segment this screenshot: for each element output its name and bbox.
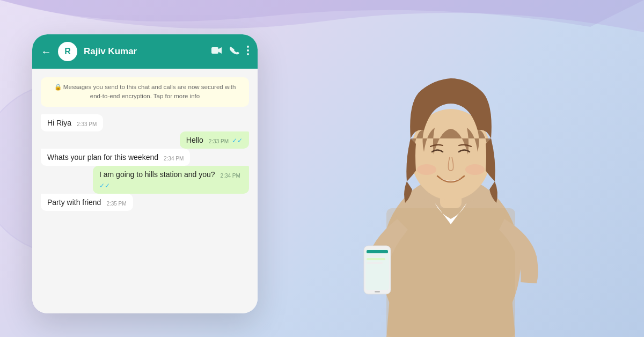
message-text: Whats your plan for this weekend [47,153,158,162]
message-row: Whats your plan for this weekend2:34 PM [41,149,249,166]
svg-point-3 [247,53,249,55]
message-ticks: ✓✓ [99,182,110,189]
svg-point-9 [465,164,485,175]
message-time: 2:33 PM [77,121,97,127]
back-button[interactable]: ← [41,46,52,58]
message-time: 2:34 PM [221,173,240,179]
received-bubble: Whats your plan for this weekend2:34 PM [41,149,190,166]
messages-container: Hi Riya2:33 PMHello2:33 PM✓✓Whats your p… [41,114,249,211]
chat-body: 🔒 Messages you send to this chat and cal… [32,69,258,313]
received-bubble: Hi Riya2:33 PM [41,114,103,131]
message-row: Hi Riya2:33 PM [41,114,249,131]
svg-rect-14 [367,258,385,260]
svg-point-8 [417,164,436,175]
phone-call-icon[interactable] [230,46,239,58]
phone-mockup: ← R Rajiv Kumar [32,34,258,313]
message-text: I am going to hills station and you? [99,170,215,179]
message-time: 2:34 PM [164,156,184,162]
more-options-icon[interactable] [247,46,249,58]
svg-rect-13 [367,255,382,257]
chat-header: ← R Rajiv Kumar [32,34,258,69]
header-icons [211,46,249,58]
lock-icon: 🔒 [54,84,62,90]
person-svg [317,36,585,337]
svg-rect-0 [211,47,218,54]
person-area [258,0,644,337]
message-ticks: ✓✓ [232,137,243,144]
encryption-text: Messages you send to this chat and calls… [63,84,236,99]
sent-bubble: I am going to hills station and you?2:34… [93,166,249,194]
message-row: I am going to hills station and you?2:34… [41,166,249,194]
contact-name: Rajiv Kumar [84,46,205,57]
message-text: Hello [186,136,203,144]
message-row: Party with friend2:35 PM [41,194,249,211]
message-time: 2:35 PM [106,201,126,207]
message-time: 2:33 PM [209,138,229,144]
main-content: ← R Rajiv Kumar [0,0,644,337]
sent-bubble: Hello2:33 PM✓✓ [180,131,249,149]
svg-rect-12 [367,250,388,253]
video-call-icon[interactable] [211,46,222,57]
message-text: Hi Riya [47,119,71,127]
svg-rect-15 [367,262,383,264]
person-image [317,36,585,337]
svg-rect-16 [375,291,380,292]
svg-point-2 [247,49,249,52]
contact-avatar: R [58,42,77,61]
received-bubble: Party with friend2:35 PM [41,194,133,211]
encryption-notice[interactable]: 🔒 Messages you send to this chat and cal… [41,77,249,107]
message-row: Hello2:33 PM✓✓ [41,131,249,149]
svg-point-1 [247,46,249,48]
message-text: Party with friend [47,198,101,207]
